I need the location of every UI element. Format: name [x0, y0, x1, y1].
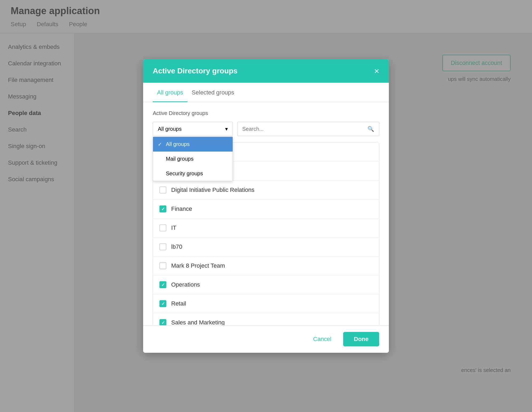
modal-overlay: Active Directory groups × All groups Sel…: [0, 0, 532, 412]
modal-title: Active Directory groups: [153, 67, 237, 75]
dropdown-option-all[interactable]: ✓ All groups: [153, 137, 233, 152]
dropdown-option-all-label: All groups: [166, 141, 190, 147]
done-button[interactable]: Done: [343, 332, 379, 346]
group-name-lb70: lb70: [171, 243, 182, 250]
dropdown-selected-label: All groups: [158, 126, 182, 132]
search-container: 🔍: [237, 122, 379, 136]
modal-body: Active Directory groups All groups ▾ ✓ A…: [143, 102, 389, 325]
group-name-digital: Digital Initiative Public Relations: [171, 187, 255, 193]
group-name-mark8: Mark 8 Project Team: [171, 262, 225, 269]
tab-all-groups[interactable]: All groups: [153, 83, 187, 102]
checkbox-sales[interactable]: [159, 319, 166, 325]
table-row: Operations: [153, 275, 379, 294]
table-row: lb70: [153, 237, 379, 256]
checkbox-it[interactable]: [159, 224, 166, 231]
dropdown-option-security[interactable]: Security groups: [153, 166, 233, 181]
filter-row: All groups ▾ ✓ All groups Mail groups: [153, 122, 379, 136]
search-icon: 🔍: [367, 126, 374, 132]
group-name-it: IT: [171, 224, 177, 231]
group-name-retail: Retail: [171, 300, 186, 307]
check-icon: ✓: [158, 141, 163, 147]
table-row: Sales and Marketing: [153, 313, 379, 325]
group-type-dropdown[interactable]: All groups ▾ ✓ All groups Mail groups: [153, 122, 233, 136]
modal-header: Active Directory groups ×: [143, 59, 389, 83]
chevron-down-icon: ▾: [225, 126, 228, 132]
checkbox-retail[interactable]: [159, 300, 166, 307]
cancel-button[interactable]: Cancel: [307, 332, 338, 346]
dropdown-option-mail-label: Mail groups: [166, 156, 193, 162]
dropdown-menu: ✓ All groups Mail groups Security groups: [153, 137, 233, 181]
search-input[interactable]: [242, 126, 365, 132]
checkbox-finance[interactable]: [159, 205, 166, 212]
checkbox-digital[interactable]: [159, 187, 166, 193]
table-row: IT: [153, 219, 379, 237]
modal-dialog: Active Directory groups × All groups Sel…: [143, 59, 389, 353]
section-title: Active Directory groups: [153, 110, 379, 116]
table-row: Digital Initiative Public Relations: [153, 181, 379, 200]
dropdown-trigger[interactable]: All groups ▾: [153, 122, 233, 136]
modal-footer: Cancel Done: [143, 325, 389, 353]
dropdown-option-mail[interactable]: Mail groups: [153, 152, 233, 166]
dropdown-option-security-label: Security groups: [166, 171, 203, 177]
modal-tabs: All groups Selected groups: [143, 83, 389, 102]
checkbox-operations[interactable]: [159, 281, 166, 288]
group-name-operations: Operations: [171, 281, 200, 288]
group-name-sales: Sales and Marketing: [171, 319, 225, 325]
checkbox-lb70[interactable]: [159, 243, 166, 250]
checkbox-mark8[interactable]: [159, 262, 166, 269]
tab-selected-groups[interactable]: Selected groups: [187, 83, 238, 102]
table-row: Retail: [153, 294, 379, 313]
table-row: Mark 8 Project Team: [153, 256, 379, 275]
group-name-finance: Finance: [171, 205, 192, 212]
modal-close-button[interactable]: ×: [374, 67, 379, 75]
table-row: Finance: [153, 200, 379, 219]
